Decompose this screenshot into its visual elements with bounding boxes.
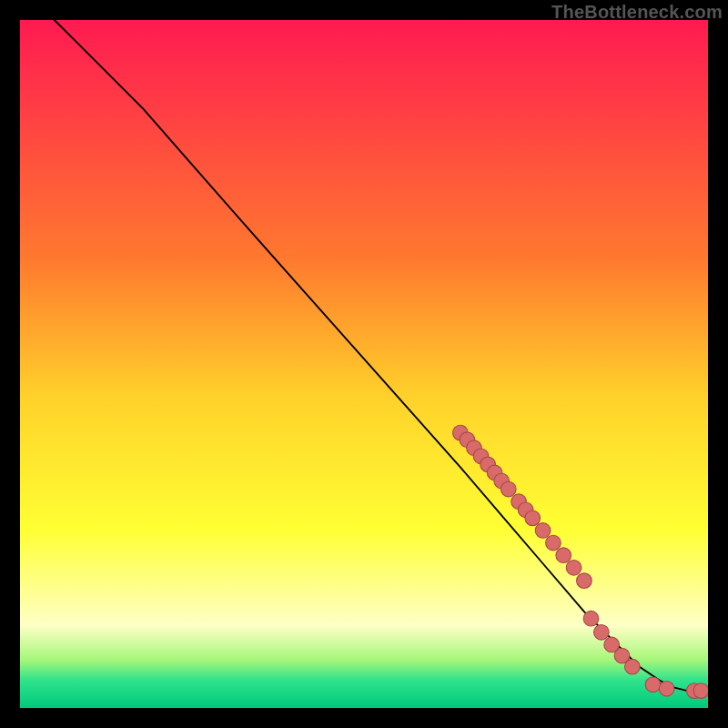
chart-frame: TheBottleneck.com bbox=[0, 0, 728, 728]
data-point bbox=[577, 573, 592, 589]
watermark-text: TheBottleneck.com bbox=[551, 2, 723, 23]
data-point bbox=[594, 625, 610, 641]
data-point bbox=[693, 683, 708, 699]
data-point bbox=[625, 659, 641, 674]
data-point bbox=[645, 677, 661, 693]
data-point bbox=[525, 511, 541, 526]
data-point bbox=[659, 682, 674, 697]
chart-svg bbox=[20, 20, 708, 708]
data-point bbox=[566, 560, 581, 575]
data-point bbox=[500, 481, 516, 497]
data-point bbox=[546, 535, 561, 551]
data-point bbox=[535, 523, 551, 539]
data-point bbox=[556, 548, 571, 563]
gradient-background bbox=[20, 20, 708, 708]
data-point bbox=[583, 611, 599, 626]
chart-plot bbox=[20, 20, 708, 708]
